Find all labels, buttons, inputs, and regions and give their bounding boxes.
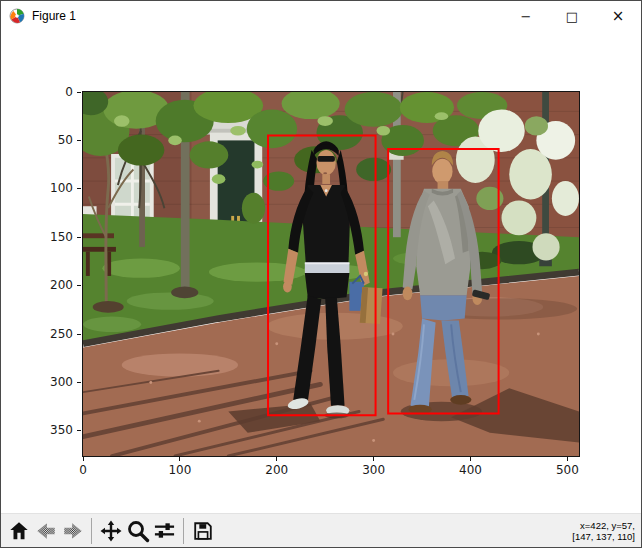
y-tick-label: 200	[29, 278, 73, 293]
x-tick-mark	[276, 457, 277, 461]
pan-button[interactable]	[97, 516, 124, 546]
save-figure-button[interactable]	[189, 516, 216, 546]
y-tick-mark	[77, 430, 81, 431]
y-tick-label: 0	[29, 85, 73, 100]
window-title: Figure 1	[32, 9, 503, 23]
magnifier-icon	[126, 519, 150, 543]
back-button[interactable]	[32, 516, 59, 546]
titlebar[interactable]: Figure 1 − □ ×	[1, 1, 641, 31]
y-tick-label: 50	[29, 133, 73, 148]
x-tick-label: 200	[265, 463, 288, 477]
toolbar: x=422, y=57, [147, 137, 110]	[1, 513, 641, 547]
pan-icon	[99, 519, 123, 543]
configure-subplots-button[interactable]	[151, 516, 178, 546]
matplotlib-logo-icon	[9, 8, 25, 24]
sliders-icon	[153, 519, 176, 542]
cursor-pixel-value: [147, 137, 110]	[572, 531, 635, 542]
home-button[interactable]	[5, 516, 32, 546]
x-tick-label: 500	[556, 463, 579, 477]
minimize-button[interactable]: −	[503, 1, 549, 31]
x-tick-label: 100	[168, 463, 191, 477]
y-tick-mark	[77, 92, 81, 93]
x-tick-label: 400	[459, 463, 482, 477]
y-tick-label: 250	[29, 327, 73, 342]
toolbar-separator	[91, 518, 92, 544]
toolbar-separator	[183, 518, 184, 544]
y-tick-mark	[77, 140, 81, 141]
y-tick-mark	[77, 382, 81, 383]
save-floppy-icon	[192, 520, 214, 542]
y-tick-label: 150	[29, 230, 73, 245]
figure-canvas[interactable]: 0100200300400500050100150200250300350	[1, 31, 641, 513]
x-tick-mark	[470, 457, 471, 461]
x-tick-mark	[373, 457, 374, 461]
y-tick-mark	[77, 285, 81, 286]
x-tick-mark	[179, 457, 180, 461]
home-icon	[8, 520, 30, 542]
back-arrow-icon	[35, 520, 57, 542]
x-tick-mark	[567, 457, 568, 461]
y-tick-mark	[77, 237, 81, 238]
y-tick-mark	[77, 334, 81, 335]
forward-arrow-icon	[62, 520, 84, 542]
x-tick-label: 300	[362, 463, 385, 477]
plot-area[interactable]	[82, 91, 580, 457]
y-tick-label: 100	[29, 181, 73, 196]
maximize-button[interactable]: □	[549, 1, 595, 31]
pedestrian-image	[83, 92, 579, 456]
zoom-button[interactable]	[124, 516, 151, 546]
y-tick-mark	[77, 188, 81, 189]
cursor-coordinates: x=422, y=57,	[572, 520, 635, 531]
close-button[interactable]: ×	[595, 1, 641, 31]
y-tick-label: 300	[29, 375, 73, 390]
x-tick-mark	[83, 457, 84, 461]
x-tick-label: 0	[79, 463, 87, 477]
cursor-status: x=422, y=57, [147, 137, 110]	[572, 520, 635, 542]
figure-window: Figure 1 − □ ×	[0, 0, 642, 548]
forward-button[interactable]	[59, 516, 86, 546]
y-tick-label: 350	[29, 423, 73, 438]
